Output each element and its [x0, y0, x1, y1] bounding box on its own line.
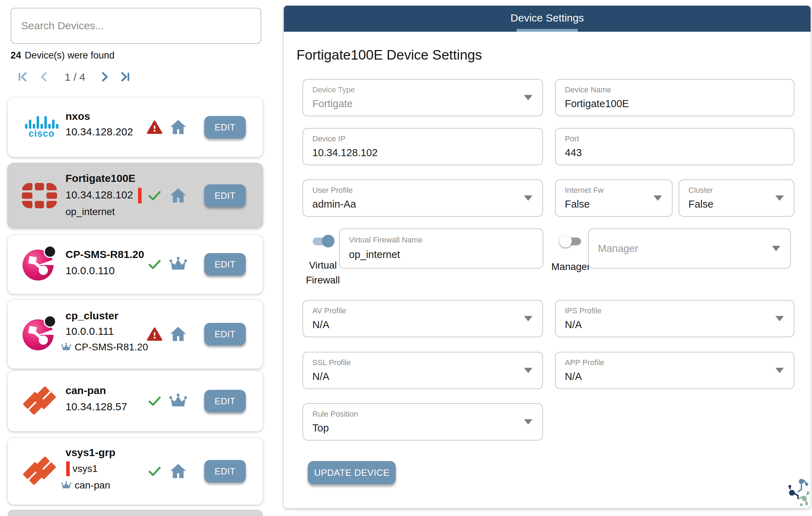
- device-name: vsys1-grp: [65, 447, 115, 459]
- internet-fw-label: Internet Fw: [565, 186, 604, 195]
- ips-profile-label: IPS Profile: [565, 306, 601, 315]
- edit-button[interactable]: EDIT: [204, 253, 246, 276]
- rule-position-label: Rule Position: [312, 410, 358, 419]
- result-count-label: Device(s) were found: [25, 50, 114, 61]
- av-profile-value: N/A: [312, 319, 329, 331]
- app-profile-label: APP Profile: [565, 358, 604, 367]
- user-profile-label: User Profile: [312, 186, 353, 195]
- vsys-name: vsys1: [73, 463, 98, 474]
- av-profile-select[interactable]: AV Profile N/A: [302, 300, 543, 337]
- vsys-row: vsys1: [66, 461, 98, 476]
- device-name: CP-SMS-R81.20: [65, 248, 144, 260]
- cluster-label: Cluster: [688, 186, 713, 195]
- port-field[interactable]: Port 443: [555, 128, 794, 165]
- ips-profile-select[interactable]: IPS Profile N/A: [555, 300, 794, 337]
- chevron-down-icon: [524, 419, 532, 425]
- device-name-label: Device Name: [565, 85, 611, 94]
- manager-select-placeholder: Manager: [598, 243, 638, 254]
- panel-header: Device Settings: [284, 6, 811, 32]
- edit-button[interactable]: EDIT: [204, 390, 246, 412]
- device-card-cp-cluster[interactable]: cp_cluster 10.0.0.111 CP-SMS-R81.20 EDIT: [7, 300, 263, 369]
- device-ip-field[interactable]: Device IP 10.34.128.102: [302, 128, 543, 165]
- home-icon: [168, 117, 188, 137]
- rule-position-value: Top: [312, 422, 329, 434]
- cisco-bars-icon: [25, 115, 58, 129]
- device-type-label: Device Type: [312, 85, 355, 94]
- chevron-down-icon: [524, 368, 532, 373]
- chevron-down-icon: [524, 196, 532, 201]
- cisco-wordmark: cisco: [29, 129, 55, 139]
- device-settings-panel: Device Settings Fortigate100E Device Set…: [284, 6, 811, 508]
- fortinet-logo: [22, 183, 57, 208]
- manager-ref-row: can-pan: [61, 480, 110, 491]
- device-card-vsys1-grp[interactable]: vsys1-grp vsys1 can-pan EDIT: [7, 438, 263, 505]
- device-name-value: Fortigate100E: [565, 98, 629, 110]
- cisco-logo: cisco: [22, 115, 61, 139]
- internet-fw-value: False: [565, 198, 590, 210]
- internet-fw-select[interactable]: Internet Fw False: [555, 179, 673, 217]
- device-type-value: Fortigate: [312, 98, 352, 110]
- red-flag-bar: [66, 461, 70, 476]
- home-icon: [168, 186, 188, 205]
- cluster-value: False: [688, 198, 713, 210]
- crown-icon: [61, 480, 72, 491]
- virtual-firewall-name-field[interactable]: Virtual Firewall Name op_internet: [339, 228, 543, 269]
- update-device-button[interactable]: UPDATE DEVICE: [308, 461, 396, 484]
- ips-profile-value: N/A: [565, 319, 582, 331]
- ssl-profile-select[interactable]: SSL Profile N/A: [302, 352, 543, 389]
- crown-manager-icon: [168, 254, 188, 274]
- edit-button[interactable]: EDIT: [204, 460, 246, 483]
- device-card-cp-sms[interactable]: CP-SMS-R81.20 10.0.0.110 EDIT: [7, 235, 263, 294]
- home-icon: [168, 324, 188, 344]
- manager-toggle[interactable]: [559, 235, 582, 247]
- last-page-button[interactable]: [118, 70, 132, 84]
- app-profile-select[interactable]: APP Profile N/A: [555, 352, 794, 389]
- device-name-field[interactable]: Device Name Fortigate100E: [555, 79, 794, 116]
- chevron-down-icon: [775, 368, 784, 373]
- device-ip: 10.34.128.57: [65, 401, 127, 413]
- first-page-button[interactable]: [15, 70, 30, 84]
- page-indicator: 1 / 4: [56, 71, 94, 83]
- ssl-profile-value: N/A: [312, 371, 329, 382]
- edit-button[interactable]: EDIT: [204, 323, 246, 345]
- chevron-down-icon: [775, 316, 784, 321]
- ok-status-icon: [146, 463, 163, 479]
- error-status-icon: [146, 119, 163, 135]
- device-card-can-pan[interactable]: can-pan 10.34.128.57 EDIT: [7, 371, 263, 431]
- manager-select[interactable]: Manager: [588, 228, 791, 269]
- cluster-select[interactable]: Cluster False: [679, 179, 794, 217]
- device-name: Fortigate100E: [65, 172, 135, 184]
- device-ip: 10.34.128.102: [65, 188, 142, 203]
- user-profile-select[interactable]: User Profile admin-Aa: [302, 179, 543, 217]
- manager-ref-row: CP-SMS-R81.20: [61, 342, 148, 353]
- next-card-peek: [7, 510, 263, 516]
- device-name: can-pan: [65, 385, 106, 397]
- virtual-firewall-toggle[interactable]: [311, 235, 335, 247]
- toggle-knob: [322, 235, 335, 247]
- edit-button[interactable]: EDIT: [204, 184, 246, 207]
- device-ip: 10.0.0.110: [65, 265, 115, 277]
- edit-button[interactable]: EDIT: [204, 116, 246, 139]
- search-input[interactable]: [11, 8, 261, 44]
- device-type-select[interactable]: Device Type Fortigate: [302, 79, 543, 116]
- chevron-down-icon: [772, 246, 780, 251]
- tab-device-settings[interactable]: Device Settings: [511, 6, 584, 32]
- device-ip-text: 10.34.128.102: [65, 189, 133, 201]
- device-ip-label: Device IP: [312, 134, 345, 143]
- device-name: cp_cluster: [65, 310, 118, 322]
- previous-page-button[interactable]: [37, 70, 51, 84]
- tab-indicator: [517, 29, 578, 32]
- virtual-firewall-name-label: Virtual Firewall Name: [349, 235, 423, 245]
- device-card-fortigate100e[interactable]: Fortigate100E 10.34.128.102 op_internet …: [7, 163, 263, 228]
- user-profile-value: admin-Aa: [312, 198, 356, 210]
- device-ip: 10.34.128.202: [65, 126, 133, 138]
- ok-status-icon: [146, 188, 163, 204]
- next-page-button[interactable]: [98, 70, 112, 84]
- home-icon: [168, 461, 188, 481]
- rule-position-select[interactable]: Rule Position Top: [302, 403, 543, 441]
- device-ip-value: 10.34.128.102: [312, 147, 377, 159]
- port-label: Port: [565, 134, 579, 143]
- chevron-down-icon: [524, 95, 532, 100]
- device-name: nxos: [65, 110, 90, 122]
- device-card-nxos[interactable]: cisco nxos 10.34.128.202 EDIT: [7, 97, 263, 157]
